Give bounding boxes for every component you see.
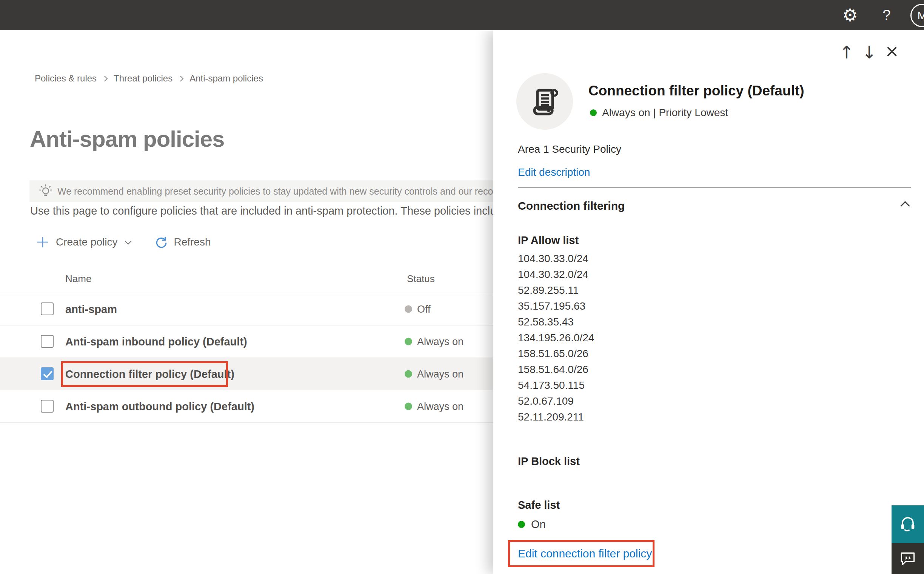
policy-status: Always on <box>405 368 464 380</box>
ip-address: 54.173.50.115 <box>518 377 594 393</box>
policy-status: Off <box>405 303 431 315</box>
ip-address: 52.11.209.211 <box>518 409 594 425</box>
chevron-up-collapse-icon[interactable] <box>900 201 910 210</box>
red-highlight-outline: Edit connection filter policy <box>508 540 655 567</box>
ip-address: 52.0.67.109 <box>518 393 594 409</box>
ip-address: 52.89.255.11 <box>518 282 594 298</box>
row-checkbox[interactable] <box>41 303 54 315</box>
feedback-button[interactable] <box>892 543 924 574</box>
plus-icon <box>36 236 49 249</box>
policy-name[interactable]: Connection filter policy (Default) <box>65 368 234 380</box>
account-avatar[interactable]: M <box>910 4 924 27</box>
scroll-policy-icon <box>529 85 560 118</box>
edit-connection-filter-policy-link[interactable]: Edit connection filter policy <box>518 547 652 560</box>
section-header-connection-filtering[interactable]: Connection filtering <box>518 200 911 212</box>
safe-list-status: On <box>518 518 546 531</box>
toolbar: Create policy Refresh <box>36 232 210 252</box>
row-checkbox[interactable] <box>41 335 54 348</box>
status-label: Always on <box>417 336 464 347</box>
chevron-right-icon <box>178 76 184 82</box>
page-title: Anti-spam policies <box>30 126 224 152</box>
ip-address: 35.157.195.63 <box>518 298 594 314</box>
ip-allow-list: 104.30.33.0/24 104.30.32.0/24 52.89.255.… <box>518 251 594 425</box>
breadcrumb-threat-policies[interactable]: Threat policies <box>114 73 172 84</box>
lightbulb-icon <box>38 183 54 199</box>
row-checkbox-checked[interactable] <box>41 367 54 380</box>
support-button[interactable] <box>892 505 924 543</box>
status-label: Always on <box>417 368 464 380</box>
headset-icon <box>898 514 918 534</box>
settings-gear-icon[interactable]: ⚙ <box>839 5 861 25</box>
app-top-bar: ⚙ ? M <box>0 0 924 30</box>
safe-list-title: Safe list <box>518 499 560 511</box>
policy-name[interactable]: Anti-spam outbound policy (Default) <box>65 400 255 413</box>
anti-spam-policies-page: { "colors": { "topbar_bg": "#3a3937", "a… <box>0 0 924 574</box>
policy-name[interactable]: Anti-spam inbound policy (Default) <box>65 335 247 348</box>
status-dot-on-icon <box>590 109 597 116</box>
ip-address: 134.195.26.0/24 <box>518 330 594 346</box>
section-divider <box>518 188 911 188</box>
ip-address: 104.30.33.0/24 <box>518 251 594 266</box>
refresh-label: Refresh <box>174 236 210 248</box>
ip-address: 104.30.32.0/24 <box>518 266 594 282</box>
status-dot-on-icon <box>405 403 412 410</box>
policy-status: Always on <box>405 336 464 347</box>
panel-status: Always on | Priority Lowest <box>590 107 728 119</box>
close-icon[interactable]: × <box>881 41 903 64</box>
ip-block-list-title: IP Block list <box>518 455 580 468</box>
ip-allow-list-title: IP Allow list <box>518 234 579 247</box>
policy-description: Area 1 Security Policy <box>518 144 621 155</box>
create-policy-label: Create policy <box>56 236 117 248</box>
help-icon[interactable]: ? <box>878 7 895 24</box>
safe-list-status-label: On <box>531 518 546 531</box>
status-label: Off <box>417 303 431 315</box>
status-dot-on-icon <box>405 338 412 345</box>
breadcrumb: Policies & rules Threat policies Anti-sp… <box>35 73 263 84</box>
policy-avatar <box>516 73 573 130</box>
chat-feedback-icon <box>898 549 917 568</box>
refresh-button[interactable]: Refresh <box>131 236 210 249</box>
status-dot-on-icon <box>518 521 525 528</box>
row-checkbox[interactable] <box>41 400 54 413</box>
policy-details-panel: ↑ ↓ × Connection filter policy (Default)… <box>493 30 924 574</box>
breadcrumb-policies-rules[interactable]: Policies & rules <box>35 73 97 84</box>
banner-text: We recommend enabling preset security po… <box>57 186 514 197</box>
policy-status: Always on <box>405 401 464 412</box>
panel-title: Connection filter policy (Default) <box>589 83 909 99</box>
ip-address: 158.51.65.0/26 <box>518 346 594 362</box>
status-label: Always on <box>417 401 464 412</box>
policy-name[interactable]: anti-spam <box>65 303 117 315</box>
panel-nav: ↑ ↓ × <box>835 41 903 64</box>
previous-item-arrow-up-icon[interactable]: ↑ <box>835 41 858 64</box>
column-header-status[interactable]: Status <box>407 273 435 285</box>
ip-address: 52.58.35.43 <box>518 314 594 330</box>
status-dot-on-icon <box>405 371 412 378</box>
breadcrumb-anti-spam-policies[interactable]: Anti-spam policies <box>190 73 263 84</box>
column-header-name[interactable]: Name <box>65 273 91 285</box>
next-item-arrow-down-icon[interactable]: ↓ <box>858 41 881 64</box>
section-title: Connection filtering <box>518 200 625 212</box>
panel-status-label: Always on | Priority Lowest <box>602 107 728 119</box>
chevron-right-icon <box>102 76 108 82</box>
refresh-icon <box>155 236 168 249</box>
status-dot-off-icon <box>405 306 412 313</box>
edit-description-link[interactable]: Edit description <box>518 166 590 178</box>
ip-address: 158.51.64.0/26 <box>518 362 594 377</box>
create-policy-button[interactable]: Create policy <box>36 236 131 249</box>
